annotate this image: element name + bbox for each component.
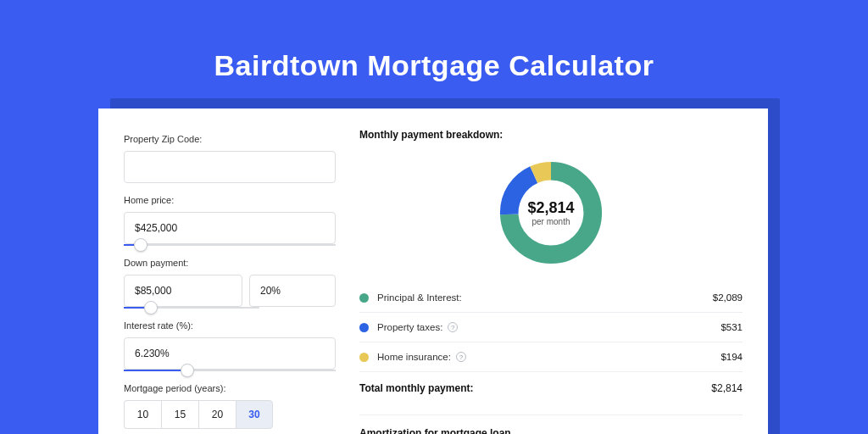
info-icon[interactable]: ? [456, 352, 466, 362]
legend-label: Property taxes:? [377, 322, 721, 332]
donut-chart: $2,814 per month [496, 158, 606, 268]
period-button-20[interactable]: 20 [198, 400, 236, 429]
slider-thumb[interactable] [144, 301, 158, 314]
page-title: Bairdtown Mortgage Calculator [0, 0, 868, 99]
zip-label: Property Zip Code: [124, 134, 336, 144]
interest-label: Interest rate (%): [124, 320, 336, 331]
zip-input[interactable] [124, 151, 336, 183]
down-payment-input[interactable] [124, 275, 242, 307]
slider-thumb[interactable] [134, 238, 147, 252]
period-buttons: 10152030 [124, 400, 336, 429]
home-price-input[interactable] [124, 212, 336, 244]
donut-amount: $2,814 [527, 199, 574, 217]
donut-sublabel: per month [531, 217, 570, 226]
slider-fill [124, 370, 187, 371]
period-label: Mortgage period (years): [124, 383, 336, 393]
legend-label: Home insurance:? [377, 352, 721, 362]
breakdown-column: Monthly payment breakdown: $2,814 per mo… [359, 129, 743, 434]
down-payment-label: Down payment: [124, 258, 336, 268]
amortization-title: Amortization for mortgage loan [359, 427, 743, 434]
divider [359, 415, 743, 415]
breakdown-title: Monthly payment breakdown: [359, 129, 743, 153]
calculator-card: Property Zip Code: Home price: Down paym… [98, 108, 768, 434]
period-button-10[interactable]: 10 [124, 400, 161, 429]
swatch-icon [359, 323, 369, 332]
slider-thumb[interactable] [181, 364, 194, 377]
period-button-15[interactable]: 15 [161, 400, 198, 429]
home-price-label: Home price: [124, 195, 336, 205]
total-value: $2,814 [711, 382, 743, 394]
legend-value: $194 [721, 352, 743, 362]
interest-slider[interactable] [124, 370, 336, 371]
interest-input[interactable] [124, 337, 336, 370]
swatch-icon [359, 353, 369, 362]
down-payment-pct-input[interactable] [249, 275, 336, 307]
info-icon[interactable]: ? [448, 322, 458, 332]
down-payment-slider[interactable] [124, 307, 259, 309]
legend-label: Principal & Interest: [377, 292, 713, 303]
legend-value: $2,089 [713, 292, 743, 303]
legend-row: Home insurance:?$194 [359, 342, 743, 372]
period-button-30[interactable]: 30 [236, 400, 273, 429]
legend-row: Property taxes:?$531 [359, 313, 743, 342]
legend-value: $531 [721, 322, 743, 332]
swatch-icon [359, 293, 369, 303]
legend-row: Principal & Interest:$2,089 [359, 283, 743, 313]
inputs-column: Property Zip Code: Home price: Down paym… [124, 129, 336, 434]
home-price-slider[interactable] [124, 244, 336, 246]
total-label: Total monthly payment: [359, 382, 711, 394]
